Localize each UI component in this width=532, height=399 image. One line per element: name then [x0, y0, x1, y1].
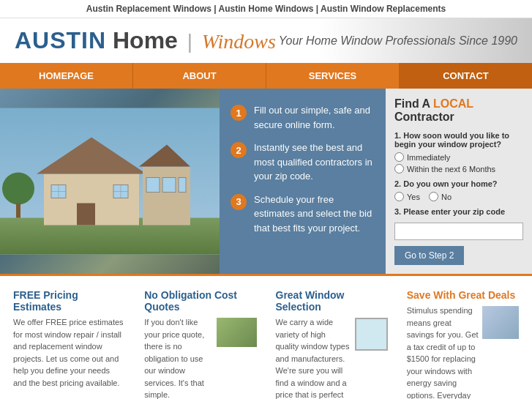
feature-free-pricing: FREE Pricing Estimates We offer FREE pri… [7, 283, 131, 399]
tagline: Your Home Window Professionals Since 199… [279, 34, 517, 48]
feature-great-window-body: We carry a wide variety of high quality … [276, 316, 351, 399]
svg-rect-4 [77, 204, 95, 225]
feature-save-title: Save With Great Deals [407, 289, 519, 301]
feature-save-body: Stimulus spending means great savings fo… [407, 305, 479, 399]
step-2-text: Instantly see the best and most qualifie… [254, 141, 375, 184]
feature-no-obligation: No Obligation Cost Quotes If you don't l… [138, 283, 262, 399]
logo-home: Home [106, 27, 178, 54]
zip-code-input[interactable] [394, 223, 523, 240]
find-q2-label: 2. Do you own your home? [394, 179, 523, 188]
radio-6months[interactable]: Within the next 6 Months [394, 164, 523, 174]
step-3: 3 Schedule your free estimates and selec… [231, 193, 375, 236]
step-1: 1 Fill out our simple, safe and secure o… [231, 103, 375, 132]
feature-great-window-image [355, 318, 388, 351]
logo: AUSTIN Home | Windows [15, 27, 276, 54]
feature-free-pricing-title: FREE Pricing Estimates [13, 289, 125, 313]
feature-no-obligation-title: No Obligation Cost Quotes [144, 289, 256, 313]
hero-image [0, 89, 220, 274]
feature-save: Save With Great Deals Stimulus spending … [401, 283, 525, 399]
logo-windows: Windows [202, 30, 276, 53]
hero-steps: 1 Fill out our simple, safe and secure o… [220, 89, 386, 274]
find-contractor-title: Find A LOCAL Contractor [394, 97, 523, 124]
find-q3-label: 3. Please enter your zip code [394, 207, 523, 216]
step-2: 2 Instantly see the best and most qualif… [231, 141, 375, 184]
radio-immediately[interactable]: Immediately [394, 152, 523, 162]
step-1-num: 1 [231, 105, 247, 121]
step-3-num: 3 [231, 194, 247, 210]
feature-great-window-title: Great Window Selection [276, 289, 388, 313]
radio-no-label: No [441, 193, 452, 201]
find-contractor-box: Find A LOCAL Contractor 1. How soon woul… [386, 89, 532, 274]
feature-no-obligation-body: If you don't like your price quote, ther… [144, 316, 212, 399]
nav-contact[interactable]: CONTACT [400, 63, 532, 89]
svg-rect-13 [146, 178, 160, 193]
radio-yes-input[interactable] [394, 192, 404, 201]
features-row: FREE Pricing Estimates We offer FREE pri… [0, 274, 532, 399]
logo-divider: | [181, 30, 198, 53]
feature-free-pricing-body: We offer FREE price estimates for most w… [13, 316, 125, 389]
nav-about[interactable]: ABOUT [133, 63, 266, 89]
header: AUSTIN Home | Windows Your Home Window P… [0, 18, 532, 63]
find-q1-options: Immediately Within the next 6 Months [394, 152, 523, 174]
nav-homepage[interactable]: HOMEPAGE [0, 63, 133, 89]
svg-rect-14 [162, 178, 176, 193]
nav: HOMEPAGE ABOUT SERVICES CONTACT [0, 63, 532, 89]
logo-austin: AUSTIN [15, 27, 106, 54]
hero-section: 1 Fill out our simple, safe and secure o… [0, 89, 532, 274]
svg-rect-15 [179, 178, 186, 193]
feature-great-window: Great Window Selection We carry a wide v… [270, 283, 394, 399]
radio-immediately-label: Immediately [407, 153, 450, 162]
top-bar-text: Austin Replacement Windows | Austin Home… [86, 4, 446, 14]
radio-yes[interactable]: Yes [394, 192, 420, 201]
find-q1-label: 1. How soon would you like to begin your… [394, 131, 523, 149]
feature-save-image [482, 306, 519, 339]
radio-yes-label: Yes [407, 193, 420, 201]
radio-6months-label: Within the next 6 Months [407, 165, 495, 174]
svg-rect-11 [143, 167, 190, 225]
radio-immediately-input[interactable] [394, 152, 404, 162]
radio-6months-input[interactable] [394, 164, 404, 174]
find-q2-options: Yes No [394, 192, 523, 201]
go-to-step2-button[interactable]: Go to Step 2 [394, 246, 464, 265]
feature-no-obligation-image [217, 318, 257, 347]
step-1-text: Fill out our simple, safe and secure onl… [254, 103, 375, 132]
svg-rect-17 [16, 204, 20, 218]
nav-services[interactable]: SERVICES [266, 63, 400, 89]
svg-point-16 [2, 173, 34, 205]
radio-no-input[interactable] [429, 192, 438, 201]
radio-no[interactable]: No [429, 192, 452, 201]
step-2-num: 2 [231, 142, 247, 158]
top-bar: Austin Replacement Windows | Austin Home… [0, 0, 532, 18]
step-3-text: Schedule your free estimates and select … [254, 193, 375, 236]
